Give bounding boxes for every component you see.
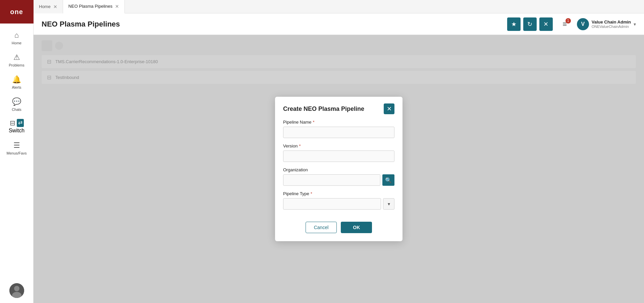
star-button[interactable]: ★ [507,17,521,31]
tab-neo[interactable]: NEO Plasma Pipelines ✕ [63,0,125,13]
close-icon: ✕ [543,20,548,28]
tab-neo-label: NEO Plasma Pipelines [68,4,113,9]
user-name: Value Chain Admin [592,19,631,25]
version-required: * [299,143,301,148]
user-avatar-sidebar[interactable] [9,283,24,298]
modal-header: Create NEO Plasma Pipeline ✕ [275,97,402,120]
pipeline-name-label: Pipeline Name * [283,120,394,125]
modal-body: Pipeline Name * Version * [275,120,402,222]
pipeline-name-required: * [313,120,315,125]
sidebar-item-switch[interactable]: ⊟ ⇄ Switch [0,116,33,137]
version-label: Version * [283,143,394,148]
app-logo[interactable]: one [0,0,34,24]
page-header: NEO Plasma Pipelines ★ ↻ ✕ ≡ 1 V [34,13,644,35]
organization-group: Organization 🔍 [283,167,394,186]
organization-label: Organization [283,167,394,172]
modal-overlay: Create NEO Plasma Pipeline ✕ Pipeline Na… [34,35,644,303]
user-info: Value Chain Admin ONEValueChainAdmin [592,19,631,29]
user-avatar-letter: V [581,21,585,27]
pipeline-type-label-text: Pipeline Type [283,191,309,196]
sidebar-item-menus[interactable]: ☰ Menus/Favs [0,137,33,159]
sidebar-item-chats-label: Chats [12,107,21,112]
sidebar-item-switch-label: Switch [9,128,24,134]
organization-search-button[interactable]: 🔍 [382,174,394,186]
page-title: NEO Plasma Pipelines [42,20,507,29]
create-pipeline-modal: Create NEO Plasma Pipeline ✕ Pipeline Na… [275,97,402,241]
pipeline-type-group: Pipeline Type * ▾ [283,191,394,210]
modal-footer: Cancel OK [275,222,402,241]
switch-icon-arrows: ⇄ [17,119,24,127]
main-area: Home ✕ NEO Plasma Pipelines ✕ NEO Plasma… [34,0,644,303]
search-icon: 🔍 [385,177,392,183]
notification-area: ≡ 1 [558,17,572,31]
svg-point-1 [14,286,19,291]
sidebar-item-chats[interactable]: 💬 Chats [0,93,33,116]
logo-text: one [10,8,23,16]
sidebar-item-alerts-label: Alerts [12,85,21,89]
sidebar-item-problems[interactable]: ⚠ Problems [0,49,33,71]
modal-title: Create NEO Plasma Pipeline [283,105,364,113]
pipeline-name-label-text: Pipeline Name [283,120,312,125]
refresh-icon: ↻ [527,20,532,28]
home-icon: ⌂ [14,31,19,40]
header-actions: ★ ↻ ✕ ≡ 1 V Value Chain Admin ONEVa [507,17,636,31]
user-avatar: V [577,18,589,30]
chevron-down-icon: ▾ [388,201,390,207]
tab-home-label: Home [39,4,51,9]
organization-input[interactable] [283,174,380,186]
cancel-button[interactable]: Cancel [306,222,337,233]
ok-button[interactable]: OK [341,222,372,233]
pipeline-name-input[interactable] [283,127,394,138]
tab-neo-close[interactable]: ✕ [115,4,119,9]
menus-icon: ☰ [13,141,20,150]
alerts-icon: 🔔 [12,75,21,84]
version-group: Version * [283,143,394,162]
pipeline-type-input[interactable] [283,198,381,210]
user-area[interactable]: V Value Chain Admin ONEValueChainAdmin ▾ [577,18,636,30]
close-button[interactable]: ✕ [539,17,553,31]
modal-close-icon: ✕ [387,105,392,113]
sidebar-item-home[interactable]: ⌂ Home [0,27,33,49]
organization-row: 🔍 [283,174,394,186]
tab-home[interactable]: Home ✕ [34,0,63,13]
switch-icon-layers: ⊟ [10,119,15,127]
pipeline-type-dropdown[interactable]: ▾ [383,198,394,210]
sidebar-item-alerts[interactable]: 🔔 Alerts [0,71,33,93]
notification-badge: 1 [566,18,571,24]
user-chevron-icon: ▾ [634,21,636,27]
pipeline-name-group: Pipeline Name * [283,120,394,138]
version-label-text: Version [283,143,298,148]
problems-icon: ⚠ [13,53,20,62]
tab-bar: Home ✕ NEO Plasma Pipelines ✕ [34,0,644,13]
sidebar: one ⌂ Home ⚠ Problems 🔔 Alerts 💬 Chats ⊟… [0,0,34,303]
pipeline-type-required: * [311,191,312,196]
chats-icon: 💬 [12,97,21,106]
sidebar-item-home-label: Home [12,41,21,45]
tab-home-close[interactable]: ✕ [53,4,57,9]
modal-close-button[interactable]: ✕ [384,103,394,114]
switch-icons: ⊟ ⇄ [10,119,24,127]
pipeline-type-row: ▾ [283,198,394,210]
star-icon: ★ [511,20,517,28]
page-content: ⊟ TMS.CarrierRecommendations-1.0-Enterpr… [34,35,644,303]
version-input[interactable] [283,150,394,162]
pipeline-type-label: Pipeline Type * [283,191,394,196]
user-username: ONEValueChainAdmin [592,25,631,29]
sidebar-nav: ⌂ Home ⚠ Problems 🔔 Alerts 💬 Chats ⊟ ⇄ S… [0,24,33,278]
sidebar-bottom [9,278,24,303]
sidebar-item-menus-label: Menus/Favs [7,151,27,155]
organization-label-text: Organization [283,167,308,172]
sidebar-item-problems-label: Problems [9,63,24,67]
refresh-button[interactable]: ↻ [523,17,537,31]
